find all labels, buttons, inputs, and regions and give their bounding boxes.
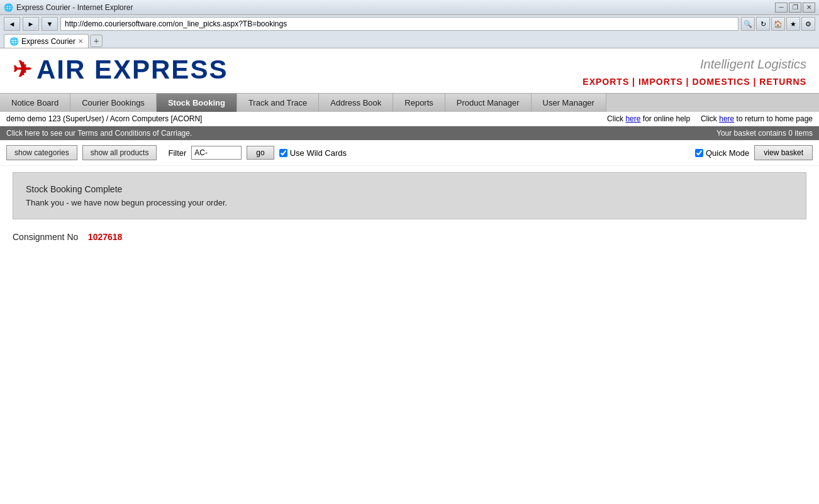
site-header: ✈ AIR EXPRESS Intelligent Logistics EXPO… [0, 48, 819, 93]
home-prefix: Click [701, 114, 719, 123]
address-icons: 🔍 ↻ 🏠 ★ ⚙ [741, 17, 815, 31]
logo-text: AIR EXPRESS [36, 55, 228, 85]
active-tab[interactable]: 🌐 Express Courier ✕ [4, 34, 89, 48]
nav-user-manager[interactable]: User Manager [532, 94, 606, 112]
quick-mode-text: Quick Mode [706, 148, 749, 158]
terms-prefix: Click [6, 129, 25, 138]
view-basket-button[interactable]: view basket [754, 145, 813, 160]
header-right: Intelligent Logistics EXPORTS | IMPORTS … [582, 55, 806, 87]
use-wild-cards-text: Use Wild Cards [290, 148, 347, 158]
show-categories-button[interactable]: show categories [6, 145, 77, 160]
title-bar: 🌐 Express Courier - Internet Explorer ─ … [0, 0, 819, 15]
filter-input[interactable] [191, 146, 242, 160]
home-link[interactable]: here [719, 114, 734, 123]
consignment-info: Consignment No 1027618 [13, 232, 806, 242]
main-content: Stock Booking Complete Thank you - we ha… [0, 166, 819, 248]
new-tab-button[interactable]: + [90, 35, 103, 47]
browser-icon: 🌐 [4, 3, 13, 12]
nav-address-book[interactable]: Address Book [319, 94, 393, 112]
logo-area: ✈ AIR EXPRESS [13, 55, 228, 85]
nav-bar: Notice Board Courier Bookings Stock Book… [0, 93, 819, 112]
tab-label: Express Courier [21, 37, 75, 46]
help-area: Click here for online help Click here to… [607, 114, 813, 123]
basket-info: Your basket contains 0 items [716, 129, 813, 138]
use-wild-cards-checkbox[interactable] [279, 149, 287, 157]
url-input[interactable] [60, 17, 738, 31]
browser-chrome: 🌐 Express Courier - Internet Explorer ─ … [0, 0, 819, 48]
show-all-products-button[interactable]: show all products [82, 145, 157, 160]
success-title: Stock Booking Complete [26, 184, 793, 194]
tab-favicon: 🌐 [9, 37, 19, 46]
use-wild-cards-label[interactable]: Use Wild Cards [279, 148, 347, 158]
terms-area: Click here to see our Terms and Conditio… [6, 129, 192, 138]
address-bar: ◄ ► ▼ 🔍 ↻ 🏠 ★ ⚙ [0, 15, 819, 33]
basket-prefix: Your basket contains [716, 129, 788, 138]
quick-mode-checkbox[interactable] [695, 149, 703, 157]
info-bar: demo demo 123 (SuperUser) / Acorn Comput… [0, 112, 819, 126]
nav-track-and-trace[interactable]: Track and Trace [237, 94, 319, 112]
settings-button[interactable]: ⚙ [801, 17, 815, 31]
consignment-number: 1027618 [88, 232, 123, 242]
page-content: ✈ AIR EXPRESS Intelligent Logistics EXPO… [0, 48, 819, 425]
home-button[interactable]: 🏠 [771, 17, 785, 31]
terms-bar: Click here to see our Terms and Conditio… [0, 126, 819, 140]
basket-suffix: items [793, 129, 813, 138]
help-prefix: Click [607, 114, 625, 123]
terms-link[interactable]: here [25, 129, 40, 138]
refresh-button[interactable]: ↻ [756, 17, 770, 31]
consignment-label: Consignment No [13, 232, 78, 242]
window-title: Express Courier - Internet Explorer [16, 3, 133, 12]
back-button[interactable]: ◄ [4, 17, 20, 31]
terms-suffix: to see our Terms and Conditions of Carri… [40, 129, 192, 138]
help-link[interactable]: here [625, 114, 640, 123]
tab-bar: 🌐 Express Courier ✕ + [0, 33, 819, 48]
home-suffix: to return to home page [734, 114, 813, 123]
user-info: demo demo 123 (SuperUser) / Acorn Comput… [6, 114, 202, 123]
favorites-button[interactable]: ★ [786, 17, 800, 31]
go-button[interactable]: go [247, 146, 274, 160]
nav-reports[interactable]: Reports [393, 94, 445, 112]
window-controls: ─ ❐ ✕ [775, 3, 815, 13]
minimize-button[interactable]: ─ [775, 3, 788, 13]
header-nav-links[interactable]: EXPORTS | IMPORTS | DOMESTICS | RETURNS [582, 77, 806, 87]
forward-button[interactable]: ► [23, 17, 39, 31]
dropdown-button[interactable]: ▼ [42, 17, 58, 31]
title-bar-left: 🌐 Express Courier - Internet Explorer [4, 3, 133, 12]
filter-label: Filter [168, 148, 186, 158]
nav-notice-board[interactable]: Notice Board [0, 94, 70, 112]
nav-stock-booking[interactable]: Stock Booking [157, 94, 237, 112]
success-message: Thank you - we have now begun processing… [26, 198, 793, 207]
restore-button[interactable]: ❐ [789, 3, 801, 13]
close-button[interactable]: ✕ [803, 3, 815, 13]
quick-mode-label[interactable]: Quick Mode [695, 148, 749, 158]
toolbar: show categories show all products Filter… [0, 140, 819, 166]
logo-icon: ✈ [13, 57, 31, 83]
help-suffix: for online help [640, 114, 690, 123]
search-button[interactable]: 🔍 [741, 17, 755, 31]
nav-product-manager[interactable]: Product Manager [445, 94, 532, 112]
tab-close-button[interactable]: ✕ [78, 38, 83, 45]
nav-courier-bookings[interactable]: Courier Bookings [70, 94, 157, 112]
success-box: Stock Booking Complete Thank you - we ha… [13, 172, 806, 219]
tagline: Intelligent Logistics [582, 57, 806, 72]
basket-count: 0 [788, 129, 793, 138]
